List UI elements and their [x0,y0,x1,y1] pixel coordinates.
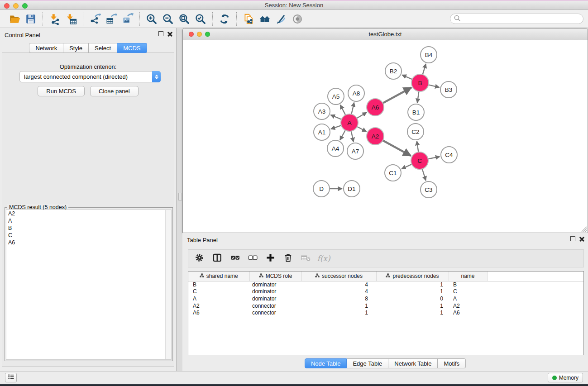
add-row-button[interactable] [263,251,277,266]
table-float-panel-button[interactable] [570,236,575,241]
tab-style[interactable]: Style [63,43,89,53]
table-cell[interactable]: 1 [301,302,376,310]
table-cell[interactable]: A2 [449,302,487,310]
show-view-button[interactable] [289,12,306,26]
graph-edge-A-A2[interactable] [357,127,367,132]
table-cell[interactable]: dominator [249,295,301,302]
tab-edge-table[interactable]: Edge Table [347,358,388,368]
import-network-button[interactable] [47,12,63,26]
table-close-panel-button[interactable] [579,236,584,241]
graph-node-A[interactable]: A [341,114,358,131]
table-cell[interactable]: dominator [249,288,301,295]
graph-node-A4[interactable]: A4 [327,140,344,157]
network-canvas[interactable]: B4B2BB3A8A5A6A3B1AA1C2A2A4A7C4CC1C3DD1 [183,40,588,233]
graph-node-C[interactable]: C [411,152,428,169]
show-columns-button[interactable] [210,251,225,266]
graph-edge-A-A3[interactable] [330,115,341,119]
list-item[interactable]: B [6,224,171,232]
table-cell[interactable]: 1 [376,309,449,316]
column-header-successor-nodes[interactable]: successor nodes [301,272,376,281]
task-history-button[interactable] [5,373,17,382]
network-minimize-button[interactable] [197,32,202,37]
clone-network-button[interactable] [240,12,257,26]
zoom-fit-button[interactable] [176,12,192,26]
graph-node-A1[interactable]: A1 [314,124,330,140]
graph-edge-C-C2[interactable] [417,141,419,152]
table-cell[interactable]: A2 [188,302,249,310]
close-panel-button[interactable] [167,31,172,36]
graph-node-A7[interactable]: A7 [347,143,363,159]
tab-network[interactable]: Network [29,43,63,53]
delete-row-button[interactable] [281,251,295,266]
graph-node-B2[interactable]: B2 [385,63,402,79]
tab-select[interactable]: Select [89,43,117,53]
table-cell[interactable]: C [449,288,487,295]
zoom-out-button[interactable] [160,12,176,26]
network-zoom-button[interactable] [205,32,210,37]
tab-network-table[interactable]: Network Table [388,358,438,368]
run-mcds-button[interactable]: Run MCDS [38,86,85,96]
list-item[interactable]: A2 [6,210,171,217]
tab-mcds[interactable]: MCDS [117,43,147,53]
result-list-scrollbar[interactable] [165,210,171,359]
open-session-button[interactable] [6,12,23,26]
graph-edge-A6-B[interactable] [383,88,411,103]
close-window-button[interactable] [4,3,10,9]
table-row[interactable]: A6connector11A6 [188,309,583,316]
export-network-button[interactable] [87,12,103,26]
graph-node-A5[interactable]: A5 [328,88,344,105]
table-cell[interactable]: connector [249,309,301,316]
list-item[interactable]: A6 [6,239,171,246]
graph-node-B4[interactable]: B4 [421,47,437,63]
unselect-all-button[interactable] [245,251,260,266]
tab-motifs[interactable]: Motifs [438,358,466,368]
graph-edge-A-A4[interactable] [340,130,345,140]
graph-edge-B-B1[interactable] [417,91,419,103]
table-cell[interactable]: 4 [301,288,376,295]
table-row[interactable]: Cdominator41C [188,288,583,295]
table-cell[interactable]: A6 [188,309,249,316]
float-panel-button[interactable] [158,31,163,36]
graph-edge-A-A6[interactable] [357,112,367,118]
column-header-predecessor-nodes[interactable]: predecessor nodes [376,272,449,281]
table-cell[interactable]: 8 [301,295,376,302]
list-item[interactable]: C [6,232,171,239]
column-header-name[interactable]: name [449,272,487,281]
graph-edge-A-A5[interactable] [340,105,346,115]
minimize-window-button[interactable] [13,3,19,9]
table-cell[interactable]: 4 [301,281,376,288]
table-row[interactable]: Adominator80A [188,295,583,302]
export-image-button[interactable] [120,12,136,26]
hide-graphics-details-button[interactable] [273,12,289,26]
column-header-shared-name[interactable]: shared name [188,272,249,281]
table-cell[interactable]: dominator [249,281,301,288]
export-table-button[interactable] [103,12,120,26]
graph-edge-A-A7[interactable] [351,131,354,142]
network-close-button[interactable] [189,32,194,37]
table-cell[interactable]: 0 [376,295,449,302]
home-view-button[interactable] [257,12,273,26]
graph-node-C2[interactable]: C2 [407,124,424,140]
column-header-mcds-role[interactable]: MCDS role [249,272,301,281]
tab-node-table[interactable]: Node Table [305,358,347,368]
zoom-selected-button[interactable] [192,12,209,26]
graph-node-A8[interactable]: A8 [348,85,364,101]
graph-node-C1[interactable]: C1 [385,165,401,181]
table-cell[interactable]: 1 [376,281,449,288]
table-cell[interactable]: A [449,295,487,302]
zoom-window-button[interactable] [22,3,28,9]
table-cell[interactable]: A6 [449,309,487,316]
graph-edge-C-C3[interactable] [422,169,426,181]
graph-edge-C-C1[interactable] [402,164,412,169]
graph-edge-A2-C[interactable] [383,140,411,156]
graph-node-D1[interactable]: D1 [344,181,360,197]
graph-edge-B-B4[interactable] [423,64,426,75]
list-item[interactable]: A [6,217,171,224]
table-cell[interactable]: connector [249,302,301,310]
window-resize-grip[interactable] [580,225,587,232]
zoom-in-button[interactable] [143,12,160,26]
table-cell[interactable]: 1 [376,302,449,310]
graph-node-B1[interactable]: B1 [408,104,424,120]
graph-edge-C-C4[interactable] [428,157,440,159]
graph-node-B3[interactable]: B3 [440,81,457,98]
